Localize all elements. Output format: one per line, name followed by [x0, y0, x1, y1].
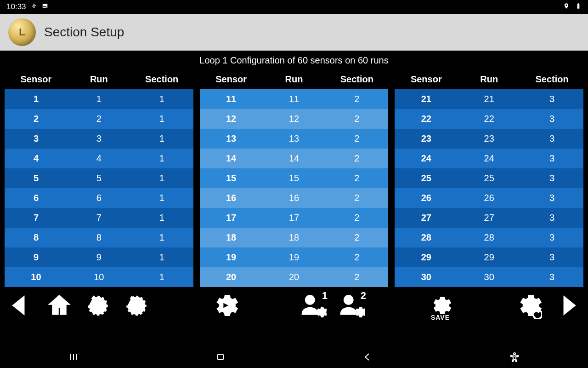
android-home-button[interactable] [207, 351, 234, 365]
col-run: Run [263, 69, 326, 89]
table-row[interactable]: 14142 [200, 149, 389, 168]
table-row[interactable]: 23233 [395, 129, 583, 149]
table-row[interactable]: 22223 [395, 109, 583, 129]
app-logo-icon: L [8, 18, 36, 46]
sensor-cell: 23 [395, 133, 458, 144]
table-row[interactable]: 25253 [395, 168, 583, 188]
app-header: L Section Setup [0, 14, 588, 51]
section-cell: 3 [520, 114, 583, 124]
table-row[interactable]: 24243 [395, 149, 583, 168]
tables-container: Sensor Run Section 111221331441551661771… [0, 69, 588, 287]
table-row[interactable]: 111 [5, 89, 193, 109]
sensor-cell: 18 [200, 232, 263, 243]
section-cell: 1 [130, 213, 193, 223]
forward-button[interactable] [550, 291, 584, 320]
table-row[interactable]: 18182 [200, 228, 389, 247]
table-row[interactable]: 12122 [200, 109, 389, 129]
loop-2-button[interactable]: 2 [119, 291, 153, 320]
section-cell: 3 [520, 94, 583, 104]
run-config-button[interactable] [208, 291, 242, 320]
svg-rect-1 [577, 4, 580, 8]
col-section: Section [325, 69, 388, 89]
sensor-cell: 19 [200, 252, 263, 263]
table-row[interactable]: 551 [5, 168, 193, 188]
table-row[interactable]: 20202 [200, 267, 389, 287]
table-row[interactable]: 331 [5, 129, 193, 149]
table-header: Sensor Run Section [200, 69, 389, 89]
section-cell: 1 [130, 153, 193, 164]
user-1-badge: 1 [322, 290, 328, 302]
run-cell: 20 [263, 272, 326, 282]
section-cell: 1 [130, 252, 193, 263]
run-cell: 27 [458, 213, 520, 223]
status-time: 10:33 [6, 2, 26, 12]
run-cell: 17 [263, 213, 326, 223]
sensor-cell: 2 [5, 114, 68, 124]
sensor-cell: 9 [5, 252, 68, 263]
table-row[interactable]: 21213 [395, 89, 583, 109]
sensor-cell: 22 [395, 114, 458, 124]
user-2-button[interactable]: 2 [335, 291, 369, 320]
sensor-cell: 7 [5, 213, 68, 223]
run-cell: 22 [458, 114, 520, 124]
section-cell: 3 [520, 133, 583, 144]
sensor-cell: 15 [200, 173, 263, 184]
user-1-button[interactable]: 1 [296, 291, 330, 320]
table-row[interactable]: 30303 [395, 267, 583, 287]
table-row[interactable]: 221 [5, 109, 193, 129]
table-row[interactable]: 16162 [200, 188, 389, 208]
table-row[interactable]: 991 [5, 247, 193, 267]
svg-point-12 [514, 353, 515, 355]
home-button[interactable] [42, 291, 76, 320]
svg-rect-2 [578, 3, 579, 4]
page-title: Section Setup [44, 25, 124, 40]
table-row[interactable]: 10101 [5, 267, 193, 287]
svg-text:1: 1 [95, 300, 101, 312]
back-button[interactable] [4, 291, 38, 320]
section-cell: 3 [520, 153, 583, 164]
section-cell: 2 [325, 153, 388, 164]
run-cell: 13 [263, 133, 326, 144]
android-recent-apps-button[interactable] [60, 351, 87, 365]
sensor-cell: 30 [395, 272, 458, 282]
run-cell: 23 [458, 133, 520, 144]
table-row[interactable]: 881 [5, 228, 193, 247]
col-sensor: Sensor [5, 69, 68, 89]
table-row[interactable]: 661 [5, 188, 193, 208]
refresh-config-button[interactable] [512, 291, 546, 320]
section-cell: 2 [325, 272, 388, 282]
table-row[interactable]: 11112 [200, 89, 389, 109]
table-row[interactable]: 17172 [200, 208, 389, 228]
sensor-cell: 11 [200, 94, 263, 104]
android-accessibility-button[interactable] [501, 351, 528, 365]
table-row[interactable]: 26263 [395, 188, 583, 208]
table-row[interactable]: 29293 [395, 247, 583, 267]
save-button[interactable]: SAVE [424, 291, 458, 320]
table-row[interactable]: 771 [5, 208, 193, 228]
sensor-cell: 8 [5, 232, 68, 243]
sensor-cell: 6 [5, 193, 68, 203]
run-cell: 14 [263, 153, 326, 164]
location-icon [563, 2, 570, 12]
table-row[interactable]: 27273 [395, 208, 583, 228]
table-row[interactable]: 13132 [200, 129, 389, 149]
section-cell: 2 [325, 252, 388, 263]
section-cell: 1 [130, 173, 193, 184]
run-cell: 10 [68, 272, 130, 282]
android-back-button[interactable] [354, 351, 381, 365]
svg-point-6 [305, 295, 314, 304]
loop-1-button[interactable]: 1 [81, 291, 115, 320]
table-row[interactable]: 28283 [395, 228, 583, 247]
section-cell: 2 [325, 94, 388, 104]
sensor-cell: 28 [395, 232, 458, 243]
table-row[interactable]: 441 [5, 149, 193, 168]
run-cell: 1 [68, 94, 130, 104]
sensor-table-3: Sensor Run Section 212132222323233242432… [395, 69, 583, 287]
section-cell: 1 [130, 94, 193, 104]
table-row[interactable]: 19192 [200, 247, 389, 267]
app-logo-letter: L [19, 26, 25, 38]
table-row[interactable]: 15152 [200, 168, 389, 188]
svg-rect-11 [218, 354, 223, 360]
col-sensor: Sensor [200, 69, 263, 89]
section-cell: 2 [325, 193, 388, 203]
